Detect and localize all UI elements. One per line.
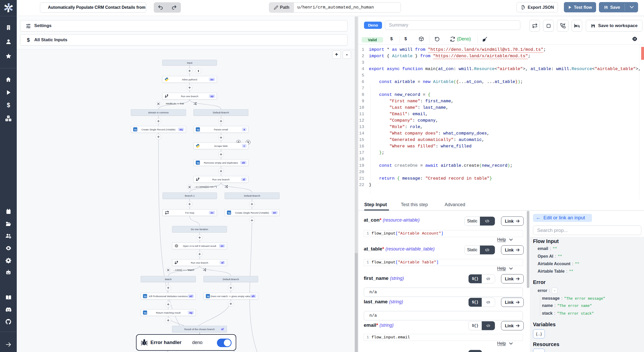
- svg-text:$: $: [7, 102, 10, 108]
